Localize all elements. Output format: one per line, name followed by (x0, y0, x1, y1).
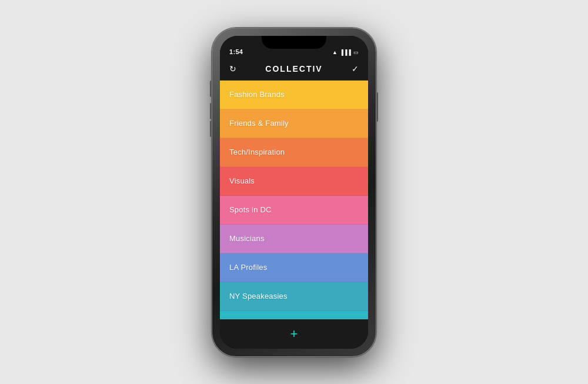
nav-bar: ↻ COLLECTIV ✓ (220, 58, 368, 81)
list-item-label: Musicians (229, 234, 265, 243)
screen-content: 1:54 ▲ ▐▐▐ ▭ ↻ COLLECTIV ✓ Fashion Brand… (220, 36, 368, 349)
list-item-label: NY Speakeasies (229, 292, 288, 300)
wifi-icon: ▲ (332, 49, 338, 55)
list-item[interactable]: LA Profiles (220, 253, 368, 282)
notch (262, 36, 326, 49)
phone-device: 1:54 ▲ ▐▐▐ ▭ ↻ COLLECTIV ✓ Fashion Brand… (212, 28, 376, 357)
list-item[interactable]: Fashion Brands (220, 81, 368, 109)
list-item[interactable]: Tech/Inspiration (220, 138, 368, 167)
list-item-label: LA Profiles (229, 263, 267, 272)
list-item[interactable]: NY Speakeasies (220, 282, 368, 311)
list-container: Fashion BrandsFriends & FamilyTech/Inspi… (220, 81, 368, 319)
add-button[interactable]: + (290, 326, 298, 342)
list-item-label: Friends & Family (229, 119, 289, 128)
signal-icon: ▐▐▐ (340, 49, 351, 55)
app-title: COLLECTIV (265, 64, 322, 74)
list-item[interactable]: Interior Design (220, 311, 368, 319)
list-item[interactable]: Visuals (220, 167, 368, 196)
bottom-bar: + (220, 319, 368, 349)
phone-screen: 1:54 ▲ ▐▐▐ ▭ ↻ COLLECTIV ✓ Fashion Brand… (220, 36, 368, 349)
status-time: 1:54 (229, 48, 243, 55)
list-item[interactable]: Spots in DC (220, 196, 368, 225)
battery-icon: ▭ (353, 49, 359, 55)
refresh-icon[interactable]: ↻ (229, 64, 236, 74)
list-item-label: Tech/Inspiration (229, 148, 285, 156)
check-icon[interactable]: ✓ (352, 64, 359, 74)
status-icons: ▲ ▐▐▐ ▭ (332, 49, 359, 55)
list-item-label: Visuals (229, 176, 255, 185)
phone-shell: 1:54 ▲ ▐▐▐ ▭ ↻ COLLECTIV ✓ Fashion Brand… (212, 28, 376, 357)
list-item[interactable]: Musicians (220, 225, 368, 253)
list-item[interactable]: Friends & Family (220, 109, 368, 138)
list-item-label: Spots in DC (229, 205, 272, 214)
list-item-label: Fashion Brands (229, 90, 285, 99)
